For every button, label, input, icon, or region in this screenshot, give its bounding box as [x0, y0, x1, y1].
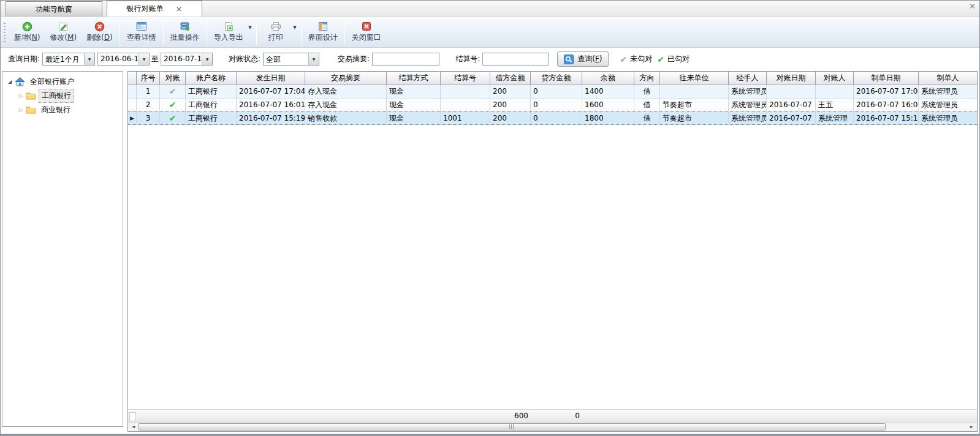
scroll-left-icon[interactable]: ◄ [128, 423, 139, 431]
cell-settle-no: 1001 [441, 112, 490, 124]
search-icon [564, 55, 574, 64]
col-header-settle-no[interactable]: 结算号 [441, 72, 490, 85]
col-header-seq[interactable]: 序号 [137, 72, 160, 85]
button-label: 批量操作 [170, 32, 200, 43]
col-header-summary[interactable]: 交易摘要 [305, 72, 387, 85]
close-window-button[interactable]: 关闭窗口 [347, 20, 386, 45]
query-button[interactable]: 查询(F) [557, 51, 609, 67]
tree-node-commercial-bank[interactable]: ▷ 商业银行 [2, 103, 123, 117]
cell-recon-person [816, 85, 854, 98]
cell-doc-person: 系统管理员 [919, 112, 977, 124]
print-button[interactable]: 打印 ▼ [259, 20, 293, 45]
import-export-icon [224, 21, 234, 32]
chevron-down-icon[interactable]: ▼ [308, 53, 319, 65]
date-to-select[interactable]: 2016-07-15 ▼ [161, 53, 213, 66]
cell-credit: 0 [531, 112, 582, 124]
tree-root-all-bank-accounts[interactable]: ◢ 全部银行账户 [2, 75, 123, 89]
check-icon: ✔ [160, 85, 186, 98]
col-header-recon-date[interactable]: 对账日期 [767, 72, 816, 85]
date-range-select[interactable]: 最近1个月 ▼ [42, 53, 95, 66]
settle-no-input[interactable] [482, 53, 549, 66]
expand-open-icon[interactable]: ◢ [6, 79, 13, 85]
window-close-icon[interactable]: × [969, 1, 976, 10]
tab-close-icon[interactable]: × [176, 5, 183, 13]
cell-counterparty: 节奏超市 [660, 112, 729, 124]
cell-account: 工商银行 [186, 85, 237, 98]
scroll-right-icon[interactable]: ► [967, 423, 977, 431]
scrollbar-track[interactable] [886, 423, 967, 431]
status-select[interactable]: 全部 ▼ [263, 53, 319, 66]
grid-empty-area [128, 125, 977, 409]
table-row[interactable]: 1 ✔ 工商银行 2016-07-07 17:04 存入现金 现金 200 0 … [128, 85, 977, 99]
expand-closed-icon[interactable]: ▷ [17, 107, 25, 113]
tab-function-navigation[interactable]: 功能导航窗 [6, 1, 102, 17]
chevron-down-icon[interactable]: ▼ [202, 53, 212, 65]
button-label: 导入导出 [214, 32, 243, 43]
app-window: 功能导航窗 银行对账单 × × 新增(N) 修改(M) 删除(D) [0, 0, 980, 436]
home-icon [15, 77, 25, 86]
view-detail-button[interactable]: 查看详情 [122, 20, 161, 45]
table-row[interactable]: ▶ 3 ✔ 工商银行 2016-07-07 15:19 销售收款 现金 1001… [128, 111, 977, 125]
cell-counterparty: 节奏超市 [660, 99, 729, 111]
button-label: 删除(D) [86, 32, 113, 43]
button-label: 关闭窗口 [352, 32, 381, 43]
add-button[interactable]: 新增(N) [9, 20, 45, 45]
col-header-date[interactable]: 发生日期 [237, 72, 305, 85]
cell-date: 2016-07-07 15:19 [237, 112, 305, 124]
cell-summary: 销售收款 [305, 112, 387, 124]
edit-button[interactable]: 修改(M) [45, 20, 82, 45]
cell-handler: 系统管理员 [729, 99, 767, 111]
grid-header-row: 序号 对账 账户名称 发生日期 交易摘要 结算方式 结算号 借方金额 贷方金额 … [128, 72, 977, 85]
tab-bank-statement[interactable]: 银行对账单 × [107, 1, 202, 17]
legend-unchecked: ✔ 未勾对 [620, 54, 652, 64]
print-icon [270, 21, 281, 32]
legend-checked: ✔ 已勾对 [657, 54, 689, 64]
ui-design-button[interactable]: 界面设计 [303, 20, 343, 45]
cell-summary: 存入现金 [305, 99, 387, 111]
expand-closed-icon[interactable]: ▷ [17, 93, 25, 99]
horizontal-scrollbar[interactable]: ◄ ► [128, 422, 977, 431]
col-header-credit[interactable]: 贷方金额 [531, 72, 582, 85]
row-indicator-header [128, 72, 137, 85]
col-header-counterparty[interactable]: 往来单位 [660, 72, 729, 85]
col-header-direction[interactable]: 方向 [634, 72, 660, 85]
import-export-button[interactable]: 导入导出 ▼ [209, 20, 248, 45]
tree-node-label[interactable]: 全部银行账户 [28, 75, 77, 88]
main-area: ◢ 全部银行账户 ▷ 工商银行 ▷ 商业银行 [1, 70, 979, 433]
tree-node-icbc[interactable]: ▷ 工商银行 [2, 89, 123, 103]
col-header-check[interactable]: 对账 [160, 72, 186, 85]
account-tree-panel: ◢ 全部银行账户 ▷ 工商银行 ▷ 商业银行 [2, 71, 123, 427]
chevron-down-icon[interactable]: ▼ [139, 53, 149, 65]
summary-input[interactable] [372, 53, 439, 66]
col-header-balance[interactable]: 余额 [582, 72, 634, 85]
chevron-down-icon[interactable]: ▼ [84, 53, 94, 65]
cell-method: 现金 [387, 112, 441, 124]
dropdown-caret-icon[interactable]: ▼ [293, 25, 296, 30]
col-header-doc-date[interactable]: 制单日期 [854, 72, 919, 85]
col-header-doc-person[interactable]: 制单人 [919, 72, 977, 85]
row-indicator [128, 99, 137, 111]
col-header-account[interactable]: 账户名称 [186, 72, 237, 85]
col-header-handler[interactable]: 经手人 [729, 72, 767, 85]
col-header-debit[interactable]: 借方金额 [490, 72, 531, 85]
button-label: 打印 [268, 32, 283, 43]
scrollbar-thumb[interactable] [139, 423, 886, 430]
row-pointer-icon: ▶ [128, 112, 137, 124]
table-row[interactable]: 2 ✔ 工商银行 2016-07-07 16:01 存入现金 现金 200 0 … [128, 99, 977, 112]
edit-icon [58, 21, 69, 32]
cell-direction: 借 [634, 85, 660, 98]
delete-button[interactable]: 删除(D) [82, 20, 118, 45]
dropdown-caret-icon[interactable]: ▼ [248, 25, 251, 30]
date-from-select[interactable]: 2016-06-15 ▼ [97, 53, 150, 66]
cell-direction: 借 [634, 99, 660, 111]
batch-operation-button[interactable]: 批量操作 [165, 20, 205, 45]
toolbar-grip[interactable] [4, 23, 6, 42]
col-header-method[interactable]: 结算方式 [387, 72, 441, 85]
col-header-recon-person[interactable]: 对账人 [816, 72, 854, 85]
check-icon: ✔ [160, 99, 186, 111]
tree-node-label[interactable]: 商业银行 [39, 103, 73, 116]
debit-total: 600 [490, 412, 531, 420]
tree-node-label[interactable]: 工商银行 [39, 89, 74, 103]
cell-credit: 0 [531, 99, 582, 111]
cell-doc-person: 系统管理员 [919, 85, 977, 98]
